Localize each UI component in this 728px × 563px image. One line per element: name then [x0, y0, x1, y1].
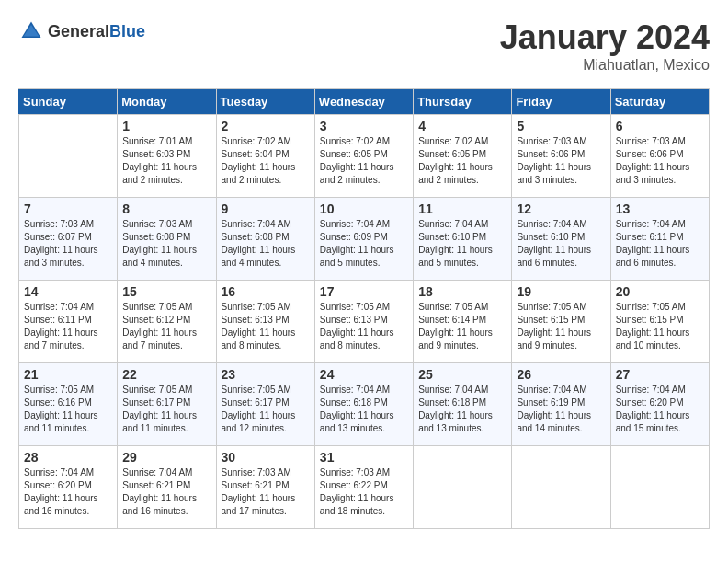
calendar-week-row-3: 14Sunrise: 7:04 AM Sunset: 6:11 PM Dayli…	[19, 281, 710, 363]
day-number: 23	[222, 367, 310, 382]
title-block: January 2024 Miahuatlan, Mexico	[500, 18, 710, 74]
day-number: 17	[320, 284, 408, 299]
day-number: 28	[24, 450, 112, 465]
day-number: 16	[222, 284, 310, 299]
day-number: 24	[320, 367, 408, 382]
day-info: Sunrise: 7:02 AM Sunset: 6:04 PM Dayligh…	[222, 135, 310, 187]
day-info: Sunrise: 7:04 AM Sunset: 6:21 PM Dayligh…	[122, 466, 210, 518]
day-info: Sunrise: 7:05 AM Sunset: 6:14 PM Dayligh…	[418, 301, 506, 352]
calendar-week-row-2: 7Sunrise: 7:03 AM Sunset: 6:07 PM Daylig…	[19, 198, 710, 281]
col-thursday: Thursday	[414, 89, 512, 115]
calendar-cell: 1Sunrise: 7:01 AM Sunset: 6:03 PM Daylig…	[118, 115, 216, 198]
day-info: Sunrise: 7:05 AM Sunset: 6:15 PM Dayligh…	[616, 301, 704, 352]
day-number: 29	[122, 450, 210, 465]
col-sunday: Sunday	[19, 89, 118, 115]
day-info: Sunrise: 7:03 AM Sunset: 6:21 PM Dayligh…	[222, 466, 310, 518]
calendar-cell: 11Sunrise: 7:04 AM Sunset: 6:10 PM Dayli…	[414, 198, 512, 281]
calendar-cell: 21Sunrise: 7:05 AM Sunset: 6:16 PM Dayli…	[19, 363, 118, 446]
calendar-cell: 10Sunrise: 7:04 AM Sunset: 6:09 PM Dayli…	[314, 198, 413, 281]
day-number: 25	[418, 367, 506, 382]
day-info: Sunrise: 7:04 AM Sunset: 6:11 PM Dayligh…	[616, 218, 704, 270]
calendar-cell: 24Sunrise: 7:04 AM Sunset: 6:18 PM Dayli…	[314, 363, 413, 446]
calendar-cell: 20Sunrise: 7:05 AM Sunset: 6:15 PM Dayli…	[610, 281, 709, 363]
day-info: Sunrise: 7:04 AM Sunset: 6:09 PM Dayligh…	[320, 218, 408, 270]
calendar-cell: 16Sunrise: 7:05 AM Sunset: 6:13 PM Dayli…	[216, 281, 314, 363]
day-number: 21	[24, 367, 112, 382]
day-number: 11	[418, 201, 506, 216]
calendar-cell: 15Sunrise: 7:05 AM Sunset: 6:12 PM Dayli…	[118, 281, 216, 363]
page-header: GeneralBlue January 2024 Miahuatlan, Mex…	[18, 18, 710, 74]
day-info: Sunrise: 7:03 AM Sunset: 6:22 PM Dayligh…	[320, 466, 408, 518]
day-number: 10	[320, 201, 408, 216]
calendar-cell: 25Sunrise: 7:04 AM Sunset: 6:18 PM Dayli…	[414, 363, 512, 446]
day-number: 12	[517, 201, 605, 216]
day-info: Sunrise: 7:03 AM Sunset: 6:06 PM Dayligh…	[616, 135, 704, 187]
logo-icon	[18, 18, 44, 44]
month-title: January 2024	[500, 18, 710, 57]
day-info: Sunrise: 7:03 AM Sunset: 6:08 PM Dayligh…	[122, 218, 210, 270]
calendar-cell	[512, 446, 610, 529]
day-info: Sunrise: 7:04 AM Sunset: 6:18 PM Dayligh…	[418, 384, 506, 435]
col-tuesday: Tuesday	[216, 89, 314, 115]
calendar-cell: 7Sunrise: 7:03 AM Sunset: 6:07 PM Daylig…	[19, 198, 118, 281]
day-info: Sunrise: 7:04 AM Sunset: 6:08 PM Dayligh…	[222, 218, 310, 270]
day-number: 8	[122, 201, 210, 216]
day-info: Sunrise: 7:04 AM Sunset: 6:19 PM Dayligh…	[517, 384, 605, 435]
day-info: Sunrise: 7:05 AM Sunset: 6:17 PM Dayligh…	[222, 384, 310, 435]
day-number: 22	[122, 367, 210, 382]
calendar-cell: 19Sunrise: 7:05 AM Sunset: 6:15 PM Dayli…	[512, 281, 610, 363]
calendar-cell: 28Sunrise: 7:04 AM Sunset: 6:20 PM Dayli…	[19, 446, 118, 529]
day-number: 6	[616, 119, 704, 133]
day-number: 14	[24, 284, 112, 299]
day-info: Sunrise: 7:05 AM Sunset: 6:16 PM Dayligh…	[24, 384, 112, 435]
col-saturday: Saturday	[610, 89, 709, 115]
calendar-week-row-5: 28Sunrise: 7:04 AM Sunset: 6:20 PM Dayli…	[19, 446, 710, 529]
calendar-cell: 30Sunrise: 7:03 AM Sunset: 6:21 PM Dayli…	[216, 446, 314, 529]
day-info: Sunrise: 7:05 AM Sunset: 6:12 PM Dayligh…	[122, 301, 210, 352]
col-wednesday: Wednesday	[314, 89, 413, 115]
calendar-cell: 4Sunrise: 7:02 AM Sunset: 6:05 PM Daylig…	[414, 115, 512, 198]
calendar-cell: 18Sunrise: 7:05 AM Sunset: 6:14 PM Dayli…	[414, 281, 512, 363]
calendar-cell: 27Sunrise: 7:04 AM Sunset: 6:20 PM Dayli…	[610, 363, 709, 446]
calendar-cell: 2Sunrise: 7:02 AM Sunset: 6:04 PM Daylig…	[216, 115, 314, 198]
col-friday: Friday	[512, 89, 610, 115]
col-monday: Monday	[118, 89, 216, 115]
calendar-cell: 29Sunrise: 7:04 AM Sunset: 6:21 PM Dayli…	[118, 446, 216, 529]
day-number: 31	[320, 450, 408, 465]
day-info: Sunrise: 7:03 AM Sunset: 6:07 PM Dayligh…	[24, 218, 112, 270]
calendar-cell: 23Sunrise: 7:05 AM Sunset: 6:17 PM Dayli…	[216, 363, 314, 446]
day-info: Sunrise: 7:04 AM Sunset: 6:18 PM Dayligh…	[320, 384, 408, 435]
calendar-cell: 12Sunrise: 7:04 AM Sunset: 6:10 PM Dayli…	[512, 198, 610, 281]
day-number: 9	[222, 201, 310, 216]
calendar-cell: 26Sunrise: 7:04 AM Sunset: 6:19 PM Dayli…	[512, 363, 610, 446]
day-number: 5	[517, 119, 605, 133]
day-info: Sunrise: 7:04 AM Sunset: 6:11 PM Dayligh…	[24, 301, 112, 352]
calendar-cell	[610, 446, 709, 529]
day-number: 26	[517, 367, 605, 382]
day-info: Sunrise: 7:03 AM Sunset: 6:06 PM Dayligh…	[517, 135, 605, 187]
day-number: 20	[616, 284, 704, 299]
logo-general-text: General	[48, 22, 109, 40]
calendar-cell: 31Sunrise: 7:03 AM Sunset: 6:22 PM Dayli…	[314, 446, 413, 529]
day-info: Sunrise: 7:01 AM Sunset: 6:03 PM Dayligh…	[122, 135, 210, 187]
calendar-cell: 22Sunrise: 7:05 AM Sunset: 6:17 PM Dayli…	[118, 363, 216, 446]
calendar-cell: 6Sunrise: 7:03 AM Sunset: 6:06 PM Daylig…	[610, 115, 709, 198]
day-number: 27	[616, 367, 704, 382]
calendar-cell: 8Sunrise: 7:03 AM Sunset: 6:08 PM Daylig…	[118, 198, 216, 281]
day-info: Sunrise: 7:02 AM Sunset: 6:05 PM Dayligh…	[320, 135, 408, 187]
day-number: 30	[222, 450, 310, 465]
calendar-week-row-4: 21Sunrise: 7:05 AM Sunset: 6:16 PM Dayli…	[19, 363, 710, 446]
day-number: 15	[122, 284, 210, 299]
calendar-cell: 13Sunrise: 7:04 AM Sunset: 6:11 PM Dayli…	[610, 198, 709, 281]
day-number: 2	[222, 119, 310, 133]
day-number: 4	[418, 119, 506, 133]
day-info: Sunrise: 7:04 AM Sunset: 6:20 PM Dayligh…	[24, 466, 112, 518]
day-number: 1	[122, 119, 210, 133]
calendar-cell: 17Sunrise: 7:05 AM Sunset: 6:13 PM Dayli…	[314, 281, 413, 363]
day-info: Sunrise: 7:05 AM Sunset: 6:13 PM Dayligh…	[222, 301, 310, 352]
calendar-table: Sunday Monday Tuesday Wednesday Thursday…	[18, 88, 710, 529]
calendar-cell: 3Sunrise: 7:02 AM Sunset: 6:05 PM Daylig…	[314, 115, 413, 198]
calendar-cell: 14Sunrise: 7:04 AM Sunset: 6:11 PM Dayli…	[19, 281, 118, 363]
day-number: 13	[616, 201, 704, 216]
day-info: Sunrise: 7:05 AM Sunset: 6:13 PM Dayligh…	[320, 301, 408, 352]
